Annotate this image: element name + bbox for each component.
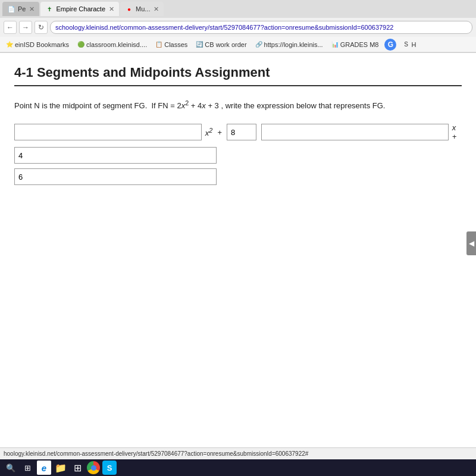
taskbar-apps[interactable]: ⊞ [70,461,84,475]
sidebar-arrow[interactable]: ◀ [466,231,476,255]
tab1-close[interactable]: ✕ [29,5,35,13]
tab-bar: 📄 Pe ✕ ✝ Empire Characte ✕ ● Mu... ✕ [0,0,476,18]
bookmark-cbwork-icon: 🔄 [196,41,203,48]
assignment-title: 4-1 Segments and Midpoints Assignment [14,65,462,86]
bookmark-classroom-icon: 🟢 [77,41,84,48]
x-squared-label: x2 [205,127,213,137]
tab2-icon: ✝ [45,5,54,13]
browser-chrome: 📄 Pe ✕ ✝ Empire Characte ✕ ● Mu... ✕ ← →… [0,0,476,53]
bookmark-classes-icon: 📋 [155,41,162,48]
address-bar-row: ← → ↻ [0,18,476,37]
tab2-close[interactable]: ✕ [109,5,114,13]
bookmark-einISD[interactable]: ⭐ einISD Bookmarks [4,40,71,49]
expression-input-first[interactable] [14,124,202,140]
bookmark-google-label: G [388,40,393,49]
taskbar-explorer[interactable]: 📁 [54,461,68,475]
page-content: 4-1 Segments and Midpoints Assignment Po… [0,53,476,442]
plus-sign-1: + [217,128,222,137]
bookmark-sh-icon: S [402,41,409,48]
status-url: hoology.kleinisd.net/common-assessment-d… [4,450,308,457]
bookmark-einISD-icon: ⭐ [6,41,13,48]
answer-input-row: x2 + x + [14,123,462,141]
forward-button[interactable]: → [19,21,32,34]
bookmark-google[interactable]: G [384,39,396,51]
taskbar-chrome[interactable] [87,461,100,474]
taskbar: 🔍 ⊞ e 📁 ⊞ S [0,459,476,476]
bookmark-grades-label: GRADES M8 [340,41,379,48]
taskbar-search[interactable]: 🔍 [4,461,18,474]
tab3-icon: ● [125,5,133,13]
reload-button[interactable]: ↻ [35,21,48,34]
bookmark-classes[interactable]: 📋 Classes [153,40,190,49]
tab1-icon: 📄 [7,5,15,13]
bookmark-classroom[interactable]: 🟢 classroom.kleinisd.... [75,40,149,49]
address-input[interactable] [50,21,472,34]
back-button[interactable]: ← [4,21,17,34]
answer-row-6 [14,168,462,185]
answer-input-4[interactable] [14,147,217,164]
coefficient-input[interactable] [227,124,256,140]
tab3-close[interactable]: ✕ [154,5,159,13]
tab2-label: Empire Characte [56,5,105,12]
taskbar-skype[interactable]: S [102,461,117,475]
bookmarks-bar: ⭐ einISD Bookmarks 🟢 classroom.kleinisd.… [0,37,476,52]
tab-3[interactable]: ● Mu... ✕ [120,2,164,16]
bookmark-cbwork[interactable]: 🔄 CB work order [193,40,249,49]
bookmark-classroom-label: classroom.kleinisd.... [86,41,147,48]
expression-input-second[interactable] [261,124,449,140]
x-plus-label: x + [452,123,462,141]
answer-input-6[interactable] [14,168,217,185]
tab-1[interactable]: 📄 Pe ✕ [2,2,39,16]
chrome-inner-circle [91,465,96,471]
bookmark-einISD-label: einISD Bookmarks [15,41,69,48]
bookmark-login-label: https://login.kleinis... [264,41,323,48]
bookmark-cbwork-label: CB work order [205,41,246,48]
bookmark-grades-icon: 📊 [331,41,339,48]
bookmark-sh[interactable]: S H [400,40,418,49]
tab-2-active[interactable]: ✝ Empire Characte ✕ [40,2,119,16]
bookmark-grades[interactable]: 📊 GRADES M8 [329,40,381,49]
answer-row-4 [14,147,462,164]
taskbar-edge[interactable]: e [37,461,51,475]
tab3-label: Mu... [136,5,150,12]
status-bar: hoology.kleinisd.net/common-assessment-d… [0,447,476,459]
taskbar-cortana[interactable]: ⊞ [20,461,35,474]
bookmark-login-icon: 🔗 [255,41,262,48]
problem-statement: Point N is the midpoint of segment FG. I… [14,98,462,112]
bookmark-login[interactable]: 🔗 https://login.kleinis... [253,40,325,49]
tab1-label: Pe [18,5,26,12]
bookmark-classes-label: Classes [164,41,187,48]
bookmark-sh-label: H [411,41,416,48]
